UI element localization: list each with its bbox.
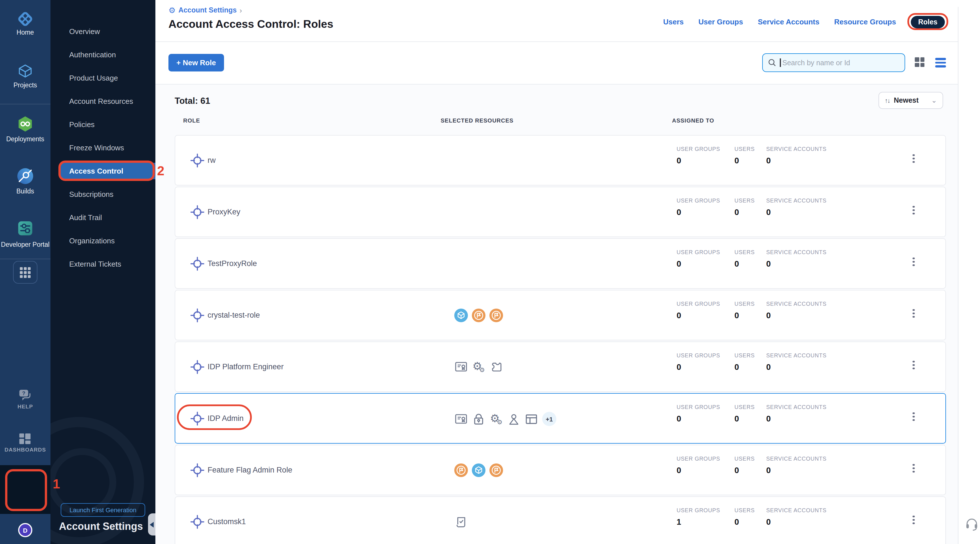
new-role-button[interactable]: + New Role bbox=[169, 54, 224, 72]
user-avatar[interactable]: D bbox=[18, 523, 32, 537]
table-row[interactable]: Customsk1 USER GROUPS 1 USERS 0 SERVICE … bbox=[175, 496, 946, 544]
sidebar-item-freeze-windows[interactable]: Freeze Windows bbox=[51, 140, 155, 156]
rail-item-home[interactable]: Home bbox=[0, 29, 51, 36]
selected-resources: ⚙⚙ +1 bbox=[454, 412, 556, 426]
tab-service-accounts[interactable]: Service Accounts bbox=[758, 17, 819, 26]
sidebar-collapse-handle[interactable] bbox=[148, 513, 155, 536]
sidebar-item-subscriptions[interactable]: Subscriptions bbox=[51, 186, 155, 202]
users-count: 0 bbox=[735, 466, 739, 475]
total-count: Total: 61 bbox=[175, 96, 210, 106]
role-name[interactable]: crystal-test-role bbox=[208, 311, 260, 320]
certificate-icon bbox=[454, 360, 468, 374]
kebab-menu[interactable] bbox=[908, 515, 919, 529]
kebab-menu[interactable] bbox=[908, 206, 919, 220]
list-view-toggle[interactable] bbox=[935, 58, 946, 67]
rail-item-builds[interactable]: Builds bbox=[0, 188, 51, 194]
sidebar-item-authentication[interactable]: Authentication bbox=[51, 46, 155, 63]
role-name[interactable]: Customsk1 bbox=[208, 517, 246, 526]
sidebar-item-policies[interactable]: Policies bbox=[51, 116, 155, 133]
launch-first-generation-button[interactable]: Launch First Generation bbox=[61, 503, 145, 517]
sidebar-item-audit-trail[interactable]: Audit Trail bbox=[51, 209, 155, 226]
role-name[interactable]: Feature Flag Admin Role bbox=[208, 466, 292, 474]
breadcrumb-link[interactable]: Account Settings bbox=[178, 6, 237, 14]
users-label: USERS bbox=[735, 404, 755, 410]
rail-item-dashboards[interactable]: DASHBOARDS bbox=[0, 447, 51, 453]
tab-resource-groups[interactable]: Resource Groups bbox=[834, 17, 896, 26]
search-input[interactable]: Search by name or Id bbox=[762, 53, 905, 72]
table-row[interactable]: ProxyKey USER GROUPS 0 USERS 0 SERVICE A… bbox=[175, 187, 946, 237]
role-name[interactable]: IDP Admin bbox=[208, 414, 243, 423]
rail-item-help[interactable]: HELP bbox=[0, 403, 51, 410]
user-groups-count: 0 bbox=[676, 208, 681, 217]
user-groups-label: USER GROUPS bbox=[676, 249, 720, 255]
support-headset-icon[interactable] bbox=[965, 517, 979, 531]
role-target-icon bbox=[190, 153, 205, 168]
developer-portal-icon[interactable] bbox=[16, 220, 34, 237]
module-grid-icon[interactable] bbox=[13, 261, 37, 284]
rail-item-account-settings[interactable]: ⚙ ACCOUNT SETTINGS bbox=[0, 465, 51, 514]
sidebar-title: Account Settings bbox=[59, 521, 143, 533]
table-row[interactable]: IDP Platform Engineer ⚙⚙ USER GROUPS 0 U… bbox=[175, 342, 946, 392]
role-name[interactable]: ProxyKey bbox=[208, 208, 240, 216]
sidebar-item-organizations[interactable]: Organizations bbox=[51, 232, 155, 249]
users-count: 0 bbox=[735, 259, 739, 268]
users-label: USERS bbox=[735, 507, 755, 513]
tab-roles-active[interactable]: Roles bbox=[911, 16, 945, 29]
overflow-count-badge[interactable]: +1 bbox=[542, 412, 556, 426]
sidebar-item-account-resources[interactable]: Account Resources bbox=[51, 93, 155, 110]
service-accounts-count: 0 bbox=[766, 208, 771, 217]
annotation-step-1: 1 bbox=[53, 477, 60, 492]
kebab-menu[interactable] bbox=[908, 361, 919, 374]
home-icon[interactable] bbox=[16, 10, 34, 28]
breadcrumb: ⚙ Account Settings › bbox=[169, 6, 242, 15]
roles-list: rw USER GROUPS 0 USERS 0 SERVICE ACCOUNT… bbox=[175, 135, 946, 544]
kebab-menu[interactable] bbox=[908, 154, 919, 168]
sort-dropdown[interactable]: ↑↓ Newest ⌄ bbox=[878, 92, 943, 109]
divider bbox=[155, 41, 958, 42]
user-groups-label: USER GROUPS bbox=[676, 507, 720, 513]
builds-icon[interactable] bbox=[16, 167, 34, 185]
role-name[interactable]: TestProxyRole bbox=[208, 259, 257, 268]
dashboards-icon[interactable] bbox=[18, 432, 32, 445]
users-count: 0 bbox=[735, 311, 739, 320]
service-accounts-count: 0 bbox=[766, 466, 771, 475]
table-row[interactable]: rw USER GROUPS 0 USERS 0 SERVICE ACCOUNT… bbox=[175, 135, 946, 186]
table-row[interactable]: TestProxyRole USER GROUPS 0 USERS 0 SERV… bbox=[175, 238, 946, 289]
service-accounts-label: SERVICE ACCOUNTS bbox=[766, 455, 827, 462]
table-row[interactable]: crystal-test-role USER GROUPS 0 USERS 0 … bbox=[175, 290, 946, 340]
sidebar-item-overview[interactable]: Overview bbox=[51, 23, 155, 40]
kebab-menu[interactable] bbox=[908, 412, 919, 426]
flag-icon bbox=[454, 463, 468, 477]
service-accounts-count: 0 bbox=[766, 311, 771, 320]
user-groups-label: USER GROUPS bbox=[676, 404, 720, 410]
role-target-icon bbox=[190, 411, 205, 426]
rail-item-deployments[interactable]: Deployments bbox=[0, 135, 51, 142]
chevron-down-icon: ⌄ bbox=[931, 96, 937, 104]
table-row[interactable]: Feature Flag Admin Role USER GROUPS 0 US… bbox=[175, 445, 946, 495]
column-header-assigned: ASSIGNED TO bbox=[672, 118, 714, 124]
help-icon[interactable]: ? bbox=[18, 388, 33, 402]
users-label: USERS bbox=[735, 301, 755, 307]
user-groups-label: USER GROUPS bbox=[676, 301, 720, 307]
tab-users[interactable]: Users bbox=[663, 17, 684, 26]
rail-item-projects[interactable]: Projects bbox=[0, 82, 51, 89]
rail-item-developer-portal[interactable]: Developer Portal bbox=[0, 240, 51, 249]
table-row-idp-admin[interactable]: IDP Admin ⚙⚙ +1 USER GROUPS 0 USERS 0 SE… bbox=[175, 393, 946, 444]
deployments-icon[interactable] bbox=[16, 115, 34, 133]
tab-user-groups[interactable]: User Groups bbox=[698, 17, 743, 26]
role-target-icon bbox=[190, 308, 205, 323]
kebab-menu[interactable] bbox=[908, 464, 919, 478]
role-name[interactable]: rw bbox=[208, 156, 216, 164]
kebab-menu[interactable] bbox=[908, 258, 919, 271]
grid-view-toggle[interactable] bbox=[915, 57, 924, 67]
projects-cube-icon[interactable] bbox=[16, 62, 34, 80]
sidebar-item-access-control[interactable]: Access Control bbox=[61, 163, 155, 179]
sidebar-item-external-tickets[interactable]: External Tickets bbox=[51, 256, 155, 272]
users-label: USERS bbox=[735, 197, 755, 204]
kebab-menu[interactable] bbox=[908, 309, 919, 323]
selected-resources bbox=[454, 309, 503, 322]
role-name[interactable]: IDP Platform Engineer bbox=[208, 363, 283, 371]
service-accounts-count: 0 bbox=[766, 517, 771, 527]
chevron-left-icon bbox=[150, 522, 154, 527]
sidebar-item-product-usage[interactable]: Product Usage bbox=[51, 70, 155, 86]
